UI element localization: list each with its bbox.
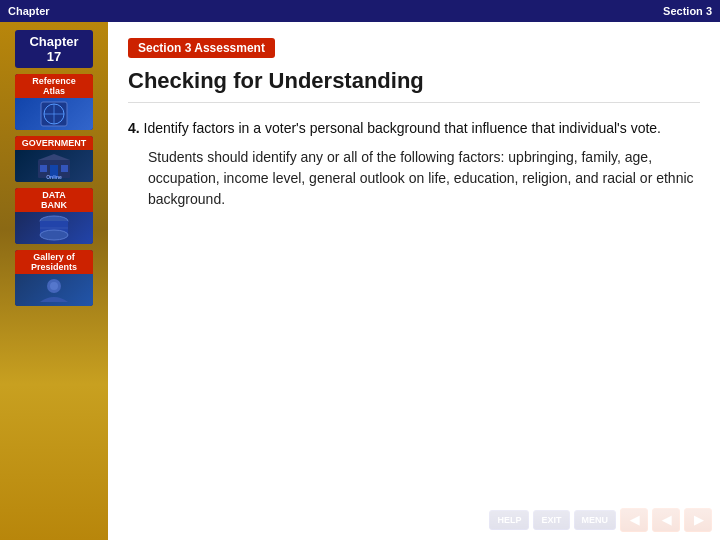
main-content: Section 3 Assessment Checking for Unders… (108, 22, 720, 540)
svg-point-12 (40, 230, 68, 240)
chapter-label: Chapter (8, 5, 50, 17)
bottom-overlay (108, 485, 720, 540)
chapter-badge: Chapter 17 (15, 30, 93, 68)
sidebar-item-databank[interactable]: DATABANK (15, 188, 93, 244)
section-badge: Section 3 Assessment (128, 38, 275, 58)
sidebar-item-gallery-label: Gallery ofPresidents (15, 250, 93, 274)
svg-text:Online: Online (46, 174, 62, 180)
data-icon (15, 212, 93, 244)
question-number: 4. (128, 120, 140, 136)
svg-rect-8 (61, 165, 68, 172)
page-title: Checking for Understanding (128, 68, 700, 103)
sidebar-item-atlas[interactable]: ReferenceAtlas (15, 74, 93, 130)
svg-rect-7 (40, 165, 47, 172)
atlas-icon (15, 98, 93, 130)
question-block: 4. Identify factors in a voter's persona… (128, 119, 700, 210)
sidebar-item-gov-label: GOVERNMENT (15, 136, 93, 150)
answer-text: Students should identify any or all of t… (148, 147, 700, 210)
gallery-icon (15, 274, 93, 306)
sidebar-item-data-label: DATABANK (15, 188, 93, 212)
gov-icon: Online (15, 150, 93, 182)
sidebar-item-atlas-label: ReferenceAtlas (15, 74, 93, 98)
section-label: Section 3 (663, 5, 712, 17)
svg-point-15 (50, 282, 58, 290)
top-bar: Chapter Section 3 (0, 0, 720, 22)
sidebar-item-government[interactable]: GOVERNMENT Online (15, 136, 93, 182)
svg-marker-5 (38, 154, 70, 160)
question-body: Identify factors in a voter's personal b… (144, 120, 661, 136)
sidebar: Chapter 17 ReferenceAtlas GOVERNMENT Onl… (0, 22, 108, 540)
question-text: 4. Identify factors in a voter's persona… (128, 119, 700, 139)
sidebar-item-gallery[interactable]: Gallery ofPresidents (15, 250, 93, 306)
